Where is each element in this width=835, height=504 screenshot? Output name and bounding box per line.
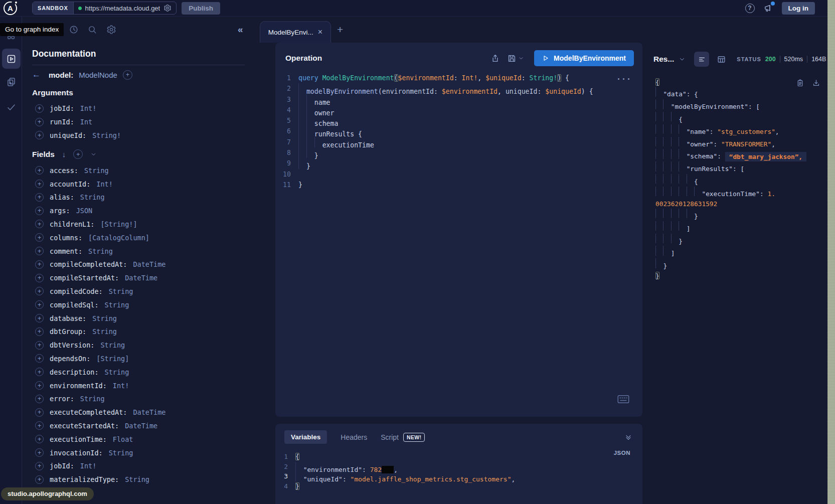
add-field-button[interactable]: + bbox=[35, 314, 44, 322]
field-type[interactable]: DateTime bbox=[133, 260, 165, 268]
field-type[interactable]: Float bbox=[113, 435, 133, 443]
field-name[interactable]: database: bbox=[50, 314, 86, 322]
field-name[interactable]: columns: bbox=[50, 234, 82, 242]
field-name[interactable]: comment: bbox=[50, 247, 82, 255]
field-name[interactable]: error: bbox=[50, 395, 74, 403]
field-name[interactable]: executeCompletedAt: bbox=[50, 408, 127, 416]
endpoint-settings-gear-icon[interactable] bbox=[163, 4, 172, 12]
add-field-button[interactable]: + bbox=[35, 180, 44, 188]
add-field-button[interactable]: + bbox=[35, 207, 44, 215]
field-type[interactable]: String bbox=[80, 193, 105, 201]
add-field-button[interactable]: + bbox=[35, 354, 44, 363]
response-dropdown-chevron-icon[interactable] bbox=[679, 56, 686, 63]
field-name[interactable]: dbtVersion: bbox=[50, 341, 94, 349]
field-name[interactable]: materializedType: bbox=[50, 475, 119, 483]
collapse-panel-icon[interactable]: « bbox=[238, 24, 243, 35]
kebab-menu-icon[interactable]: ··· bbox=[616, 75, 631, 84]
add-field-button[interactable]: + bbox=[35, 220, 44, 228]
add-field-button[interactable]: + bbox=[35, 368, 44, 376]
field-name[interactable]: dependsOn: bbox=[50, 355, 90, 363]
add-field-button[interactable]: + bbox=[35, 395, 44, 403]
add-field-button[interactable]: + bbox=[35, 166, 44, 175]
field-type[interactable]: String bbox=[100, 341, 125, 349]
tab-close-icon[interactable]: × bbox=[318, 28, 322, 37]
field-name[interactable]: invocationId: bbox=[50, 449, 103, 457]
field-type[interactable]: String bbox=[80, 395, 105, 403]
sidebar-item-schema[interactable] bbox=[6, 77, 17, 87]
field-name[interactable]: jobId: bbox=[50, 462, 74, 470]
add-fields-button[interactable]: + bbox=[73, 149, 83, 159]
operation-editor[interactable]: ··· 1query ModelByEnvironment($environme… bbox=[275, 73, 642, 190]
history-clock-icon[interactable] bbox=[69, 25, 79, 35]
field-type[interactable]: Int! bbox=[80, 104, 97, 112]
add-field-button[interactable]: + bbox=[35, 341, 44, 350]
field-type[interactable]: String bbox=[109, 449, 133, 457]
add-field-button[interactable]: + bbox=[35, 118, 44, 126]
settings-gear-icon[interactable] bbox=[106, 25, 116, 35]
field-type[interactable]: String bbox=[84, 166, 109, 175]
field-name[interactable]: environmentId: bbox=[50, 382, 107, 390]
field-type[interactable]: String bbox=[125, 475, 149, 483]
add-field-button[interactable]: + bbox=[35, 193, 44, 202]
download-icon[interactable] bbox=[812, 79, 820, 87]
help-icon[interactable]: ? bbox=[745, 4, 755, 13]
field-type[interactable]: Int! bbox=[113, 382, 129, 390]
sidebar-item-explorer[interactable] bbox=[2, 49, 21, 69]
field-type[interactable]: JSON bbox=[76, 207, 93, 215]
add-field-button[interactable]: + bbox=[35, 131, 44, 139]
field-name[interactable]: executeStartedAt: bbox=[50, 422, 119, 430]
field-name[interactable]: compiledSql: bbox=[50, 301, 99, 309]
back-arrow-icon[interactable]: ← bbox=[32, 70, 43, 80]
login-button[interactable]: Log in bbox=[782, 2, 815, 15]
new-tab-button[interactable]: + bbox=[337, 24, 343, 36]
field-type[interactable]: Int! bbox=[96, 180, 113, 188]
apollo-logo[interactable]: A bbox=[4, 2, 17, 15]
tab-modelbyenvironment[interactable]: ModelByEnvi... × bbox=[260, 21, 331, 43]
save-dropdown-chevron-icon[interactable] bbox=[518, 55, 524, 61]
add-field-button[interactable]: + bbox=[35, 448, 44, 457]
search-icon[interactable] bbox=[87, 25, 97, 35]
field-name[interactable]: runId: bbox=[50, 118, 74, 126]
publish-button[interactable]: Publish bbox=[182, 2, 220, 15]
format-json-view-icon[interactable] bbox=[694, 52, 709, 67]
field-type[interactable]: DateTime bbox=[133, 408, 165, 416]
field-type[interactable]: String bbox=[105, 301, 129, 309]
save-icon[interactable] bbox=[507, 54, 517, 63]
field-type[interactable]: [String] bbox=[96, 355, 129, 363]
copy-clipboard-icon[interactable] bbox=[796, 79, 804, 87]
add-field-button[interactable]: + bbox=[35, 247, 44, 255]
add-field-button[interactable]: + bbox=[35, 435, 44, 443]
field-type[interactable]: String bbox=[88, 247, 113, 255]
field-type[interactable]: String bbox=[92, 327, 117, 335]
add-field-button[interactable]: + bbox=[35, 104, 44, 113]
add-field-button[interactable]: + bbox=[35, 274, 44, 282]
endpoint-url[interactable]: https://metadata.cloud.get bbox=[85, 5, 160, 12]
field-name[interactable]: args: bbox=[50, 207, 70, 215]
field-name[interactable]: alias: bbox=[50, 193, 74, 201]
field-name[interactable]: description: bbox=[50, 368, 99, 376]
field-name[interactable]: childrenL1: bbox=[50, 220, 94, 228]
add-all-fields-button[interactable]: + bbox=[123, 70, 132, 80]
field-name[interactable]: dbtGroup: bbox=[50, 327, 86, 335]
add-field-button[interactable]: + bbox=[35, 462, 44, 470]
field-name[interactable]: accountId: bbox=[50, 180, 90, 188]
add-field-button[interactable]: + bbox=[35, 381, 44, 390]
field-name[interactable]: jobId: bbox=[50, 104, 74, 112]
share-icon[interactable] bbox=[490, 54, 500, 63]
field-type[interactable]: String! bbox=[92, 131, 121, 139]
keyboard-shortcuts-icon[interactable] bbox=[617, 395, 629, 404]
field-type[interactable]: DateTime bbox=[125, 422, 157, 430]
add-field-button[interactable]: + bbox=[35, 300, 44, 309]
field-name[interactable]: compiledCode: bbox=[50, 287, 103, 295]
response-title[interactable]: Res... bbox=[653, 55, 674, 64]
tab-headers[interactable]: Headers bbox=[341, 433, 367, 441]
add-field-button[interactable]: + bbox=[35, 327, 44, 336]
field-type[interactable]: Int! bbox=[80, 462, 97, 470]
sort-down-icon[interactable]: ↓ bbox=[62, 150, 66, 158]
tab-variables[interactable]: Variables bbox=[284, 430, 327, 444]
add-field-button[interactable]: + bbox=[35, 475, 44, 484]
field-name[interactable]: executionTime: bbox=[50, 435, 107, 443]
field-name[interactable]: compileStartedAt: bbox=[50, 274, 119, 282]
field-type[interactable]: DateTime bbox=[125, 274, 157, 282]
field-type[interactable]: String bbox=[92, 314, 117, 322]
